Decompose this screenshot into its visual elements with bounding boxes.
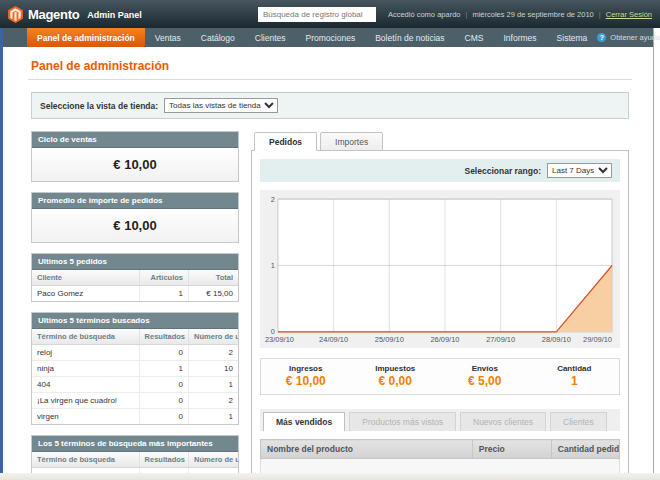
table-cell: virgen	[32, 409, 139, 425]
dashboard-columns: Ciclo de ventas € 10,00 Promedio de impo…	[31, 131, 629, 480]
nav-item-boletin-de-noticias[interactable]: Boletín de noticias	[365, 28, 454, 47]
table-cell: ¡La virgen que cuadro!	[32, 393, 139, 409]
nav-item-ventas[interactable]: Ventas	[145, 28, 191, 47]
last-orders-table: ClienteArtículosTotalPaco Gomez1€ 15,00	[32, 270, 238, 301]
widget-last-orders: Ultimos 5 pedidos ClienteArtículosTotalP…	[31, 253, 239, 302]
title-divider	[28, 79, 632, 80]
nav-item-sistema[interactable]: Sistema	[547, 28, 598, 47]
totals-row: Ingresos€ 10,00Impuestos€ 0,00Envíos€ 5,…	[260, 358, 620, 395]
stat-value: € 0,00	[351, 374, 441, 388]
stat-value: € 10,00	[261, 374, 351, 388]
column-header: Término de búsqueda	[32, 452, 139, 468]
column-header: Cliente	[32, 270, 139, 286]
table-cell: 1	[139, 361, 188, 377]
table-cell: 1	[139, 286, 188, 302]
nav-item-informes[interactable]: Informes	[494, 28, 547, 47]
table-row: ninja110	[32, 361, 238, 377]
table-row: ¡La virgen que cuadro!02	[32, 393, 238, 409]
page-title: Panel de administración	[31, 59, 632, 73]
svg-text:23/09/10: 23/09/10	[265, 335, 294, 344]
tab-importes[interactable]: Importes	[320, 132, 383, 151]
stat-impuestos: Impuestos€ 0,00	[351, 364, 441, 388]
column-header: Precio	[472, 440, 551, 459]
orders-area-chart: 23/09/1024/09/1025/09/1026/09/1027/09/10…	[263, 193, 617, 345]
logged-in-as: Accedió como apardo	[388, 10, 461, 19]
sub-tab-productos-mas-vistos[interactable]: Productos más vistos	[349, 412, 456, 431]
stat-label: Ingresos	[261, 364, 351, 373]
widget-average-order: Promedio de importe de pedidos € 10,00	[31, 192, 239, 243]
help-label: Obtener ayuda para esta página	[610, 33, 660, 42]
sub-tab-nuevos-clientes[interactable]: Nuevos clientes	[460, 412, 546, 431]
stat-label: Envíos	[440, 364, 530, 373]
table-row: Paco Gomez1€ 15,00	[32, 286, 238, 302]
average-order-value: € 10,00	[32, 209, 238, 242]
store-view-bar: Seleccione la vista de tienda: Todas las…	[31, 92, 629, 119]
column-header: Término de búsqueda	[32, 329, 139, 345]
nav-item-clientes[interactable]: Clientes	[245, 28, 296, 47]
svg-text:0: 0	[271, 327, 275, 336]
svg-text:1: 1	[271, 261, 275, 270]
nav-item-promociones[interactable]: Promociones	[296, 28, 366, 47]
svg-text:29/09/10: 29/09/10	[583, 335, 612, 344]
tab-pedidos[interactable]: Pedidos	[254, 132, 317, 151]
stat-value: € 5,00	[440, 374, 530, 388]
left-column: Ciclo de ventas € 10,00 Promedio de impo…	[31, 131, 239, 480]
widget-sales-cycle: Ciclo de ventas € 10,00	[31, 131, 239, 182]
window-body: Panel de administraciónVentasCatálogoCli…	[0, 28, 654, 474]
help-icon: ?	[597, 33, 606, 42]
widget-title: Promedio de importe de pedidos	[32, 193, 238, 209]
nav-item-cms[interactable]: CMS	[455, 28, 494, 47]
widget-title: Ultimos 5 términos buscados	[32, 313, 238, 329]
column-header: Nombre del producto	[261, 440, 473, 459]
column-header: Cantidad pedida	[551, 440, 619, 459]
table-row: virgen01	[32, 409, 238, 425]
svg-text:2: 2	[271, 195, 275, 204]
table-cell: 0	[139, 345, 188, 361]
table-cell: 10	[189, 361, 238, 377]
table-cell: 0	[139, 409, 188, 425]
separator: |	[599, 10, 601, 19]
nav-item-catalogo[interactable]: Catálogo	[191, 28, 245, 47]
range-label: Seleccionar rango:	[464, 166, 541, 176]
store-view-select[interactable]: Todas las vistas de tienda	[164, 98, 278, 113]
table-cell: 1	[189, 377, 238, 393]
help-link[interactable]: ? Obtener ayuda para esta página	[597, 28, 660, 47]
column-header: Artículos	[139, 270, 188, 286]
last-search-terms-table: Término de búsquedaResultadosNúmero de u…	[32, 329, 238, 424]
nav-items: Panel de administraciónVentasCatálogoCli…	[27, 28, 597, 47]
table-cell: reloj	[32, 345, 139, 361]
sales-cycle-value: € 10,00	[32, 148, 238, 181]
logo-title: Magento	[28, 7, 79, 22]
current-date: miércoles 29 de septiembre de 2010	[472, 10, 593, 19]
svg-text:28/09/10: 28/09/10	[542, 335, 571, 344]
page-bottom-strip	[0, 473, 660, 480]
logout-link[interactable]: Cerrar Sesión	[606, 10, 652, 19]
range-select[interactable]: Last 7 Days	[547, 163, 612, 178]
sub-tab-mas-vendidos[interactable]: Más vendidos	[263, 412, 345, 431]
user-info: Accedió como apardo | miércoles 29 de se…	[388, 10, 652, 19]
svg-text:27/09/10: 27/09/10	[486, 335, 515, 344]
range-bar: Seleccionar rango: Last 7 Days	[260, 159, 620, 182]
table-row: 40401	[32, 377, 238, 393]
table-cell: 0	[139, 393, 188, 409]
nav-item-panel-de-administracion[interactable]: Panel de administración	[27, 28, 145, 47]
global-search-input[interactable]	[258, 7, 376, 22]
column-header: Resultados	[139, 452, 188, 468]
table-cell: € 15,00	[189, 286, 238, 302]
separator: |	[465, 10, 467, 19]
dashboard-panel: Seleccionar rango: Last 7 Days 23/09/102…	[251, 150, 629, 480]
report-tabs: Más vendidosProductos más vistosNuevos c…	[260, 409, 620, 431]
table-cell: 404	[32, 377, 139, 393]
magento-logo: Magento Admin Panel	[8, 6, 142, 23]
sub-tab-clientes[interactable]: Clientes	[550, 412, 607, 431]
table-cell: ninja	[32, 361, 139, 377]
widget-last-search-terms: Ultimos 5 términos buscados Término de b…	[31, 312, 239, 425]
table-row: reloj02	[32, 345, 238, 361]
stat-envios: Envíos€ 5,00	[440, 364, 530, 388]
main-nav: Panel de administraciónVentasCatálogoCli…	[3, 28, 653, 47]
column-header: Número de usos	[189, 329, 238, 345]
widget-title: Los 5 términos de búsqueda más important…	[32, 436, 238, 452]
magento-icon	[8, 6, 23, 23]
column-header: Total	[189, 270, 238, 286]
content: Panel de administración Seleccione la vi…	[3, 47, 653, 480]
